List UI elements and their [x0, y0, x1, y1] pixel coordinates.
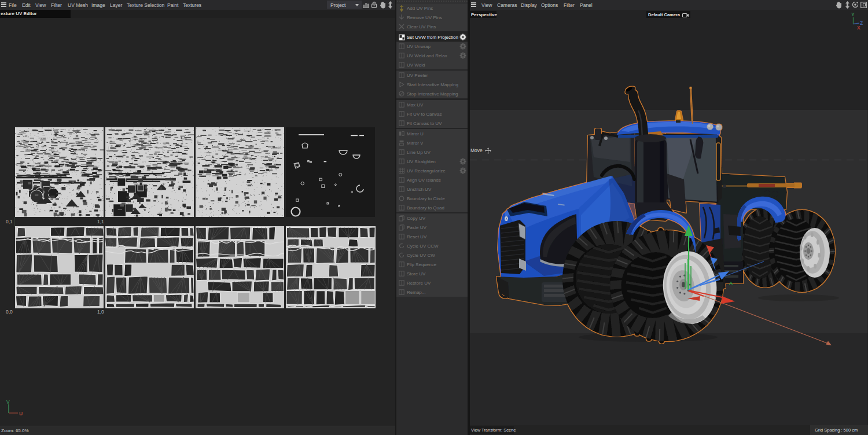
svg-text:V: V — [6, 399, 10, 405]
svg-text:0,1: 0,1 — [6, 219, 13, 224]
svg-text:X: X — [857, 25, 860, 31]
svg-text:A: A — [729, 281, 733, 286]
svg-text:1,0: 1,0 — [97, 309, 104, 315]
svg-text:1,1: 1,1 — [97, 219, 104, 224]
svg-text:U: U — [19, 411, 23, 416]
svg-text:Z: Z — [860, 20, 863, 26]
svg-text:Y: Y — [851, 12, 855, 17]
svg-text:0,0: 0,0 — [6, 309, 13, 315]
